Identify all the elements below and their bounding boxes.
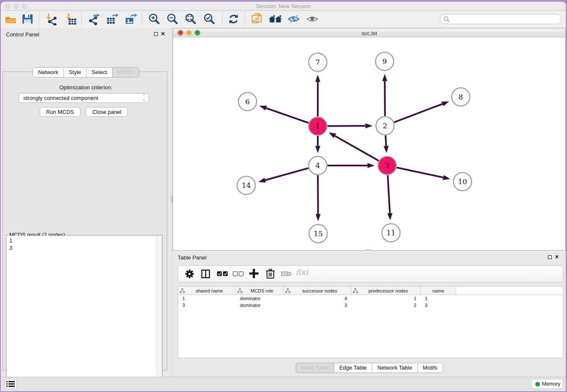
memory-button[interactable]: Memory: [531, 379, 563, 389]
graph-edge-3-1[interactable]: [335, 136, 379, 161]
columns-icon[interactable]: [201, 269, 210, 280]
graph-edge-2-9[interactable]: [385, 81, 385, 116]
search-field[interactable]: [440, 14, 561, 24]
save-session-icon[interactable]: [21, 13, 34, 25]
zoom-in-icon[interactable]: [148, 13, 160, 25]
status-bar: Memory: [1, 377, 566, 391]
float-table-panel-icon[interactable]: [548, 255, 552, 259]
graph-edge-arrowhead: [387, 213, 392, 220]
zoom-selected-icon[interactable]: [203, 13, 215, 25]
open-session-icon[interactable]: [4, 13, 17, 25]
column-header-MCDS-role[interactable]: MCDS role: [236, 287, 284, 295]
table-row[interactable]: 1dominator411: [178, 295, 563, 302]
deselect-all-checkboxes-icon[interactable]: [233, 271, 244, 279]
control-panel: Control Panel ✕ NetworkStyleSelectMCDS O…: [1, 28, 171, 377]
graph-edge-3-11[interactable]: [388, 175, 390, 213]
column-header-successor-nodes[interactable]: successor nodes: [284, 287, 351, 295]
tab-motifs[interactable]: Motifs: [417, 363, 443, 373]
mcds-result-textarea[interactable]: 1 3: [7, 236, 162, 391]
horizontal-splitter-grip[interactable]: [366, 249, 372, 251]
graph-edge-2-8[interactable]: [394, 104, 443, 122]
sort-tree-icon: [237, 288, 242, 293]
zoom-fit-icon[interactable]: [184, 13, 197, 25]
sort-tree-icon: [180, 288, 185, 293]
dropdown-stepper-icon: ⌃⌄: [142, 94, 146, 102]
settings-gear-icon[interactable]: [185, 269, 194, 280]
control-panel-tabs: NetworkStyleSelectMCDS: [33, 67, 139, 77]
table-header-row: shared nameMCDS rolesuccessor nodesprede…: [178, 287, 563, 295]
graph-node-label: 7: [316, 58, 320, 66]
table-cell[interactable]: 1: [421, 295, 456, 302]
table-panel-buttons: ✕: [548, 255, 559, 259]
tab-style[interactable]: Style: [63, 67, 87, 77]
table-cell[interactable]: 3: [284, 302, 351, 309]
graph-node-label: 1: [316, 122, 320, 130]
column-header-shared-name[interactable]: shared name: [178, 287, 236, 295]
main-toolbar: [1, 11, 566, 28]
add-column-icon[interactable]: [249, 268, 259, 280]
function-builder-icon[interactable]: f(x): [296, 268, 308, 276]
hide-details-eye-icon[interactable]: [287, 13, 300, 25]
apply-layout-icon[interactable]: [227, 13, 240, 25]
import-network-icon[interactable]: [45, 13, 58, 25]
close-panel-icon[interactable]: ✕: [161, 32, 165, 36]
tab-node-table[interactable]: Node Table: [295, 363, 334, 373]
table-cell[interactable]: 2: [351, 302, 421, 309]
show-details-eye-icon[interactable]: [306, 13, 319, 25]
table-row[interactable]: 3dominator323: [178, 302, 563, 309]
tab-select[interactable]: Select: [86, 67, 113, 77]
column-header-name[interactable]: name: [421, 287, 456, 295]
float-panel-icon[interactable]: [154, 32, 158, 36]
table-cell[interactable]: 3: [421, 302, 456, 309]
graph-node-label: 9: [383, 57, 387, 66]
graph-edge-4-15[interactable]: [318, 175, 318, 214]
graph-edge-arrowhead: [315, 146, 320, 153]
table-panel-title: Table Panel: [178, 254, 206, 261]
criterion-dropdown[interactable]: strongly connected component ⌃⌄: [19, 93, 149, 103]
tab-network[interactable]: Network: [33, 67, 64, 77]
table-cell[interactable]: 4: [284, 295, 351, 302]
export-image-icon[interactable]: [124, 13, 137, 25]
criterion-value: strongly connected component: [23, 95, 98, 101]
export-network-icon[interactable]: [87, 13, 100, 25]
delete-column-trash-icon[interactable]: [266, 268, 275, 280]
table-cell[interactable]: 3: [178, 302, 236, 309]
column-header-filler: [456, 287, 563, 295]
graph-edge-1-2[interactable]: [328, 126, 366, 126]
search-input[interactable]: [451, 15, 558, 24]
node-table[interactable]: shared nameMCDS rolesuccessor nodesprede…: [178, 286, 563, 358]
table-cell[interactable]: dominator: [236, 302, 284, 309]
zoom-out-icon[interactable]: [166, 13, 179, 25]
export-table-icon[interactable]: [105, 13, 118, 25]
clone-network-icon[interactable]: [250, 13, 263, 25]
table-panel: Table Panel ✕: [173, 252, 566, 377]
graph-edge-4-14[interactable]: [265, 168, 308, 180]
network-canvas[interactable]: 7968124314101511: [173, 38, 565, 250]
table-cell[interactable]: 1: [178, 295, 236, 302]
graph-node-label: 14: [242, 181, 251, 190]
delete-table-icon[interactable]: [281, 271, 292, 279]
houses-icon[interactable]: [268, 13, 281, 25]
control-panel-title: Control Panel: [6, 31, 39, 38]
graph-edge-1-6[interactable]: [266, 108, 308, 123]
close-panel-button[interactable]: Close panel: [86, 107, 128, 117]
select-all-checkboxes-icon[interactable]: [217, 271, 228, 279]
graph-edge-3-10[interactable]: [396, 168, 443, 177]
tab-edge-table[interactable]: Edge Table: [334, 363, 372, 373]
optimization-criterion-label: Optimization criterion:: [1, 84, 171, 91]
graph-edge-arrowhead: [368, 163, 375, 168]
desktop-frame: Session: New Session: [0, 0, 567, 392]
tab-mcds[interactable]: MCDS: [112, 67, 139, 77]
tab-network-table[interactable]: Network Table: [372, 363, 418, 373]
import-table-icon[interactable]: [65, 13, 77, 25]
run-mcds-button[interactable]: Run MCDS: [40, 107, 80, 117]
task-history-button[interactable]: [4, 379, 17, 389]
table-cell[interactable]: dominator: [236, 295, 284, 302]
graph-edge-2-3[interactable]: [385, 135, 386, 146]
result-scrollbar[interactable]: [156, 236, 162, 391]
network-window-titlebar[interactable]: × − + scc.txt: [173, 28, 565, 38]
column-header-predecessor-nodes[interactable]: predecessor nodes: [351, 287, 421, 295]
network-graph: 7968124314101511: [173, 38, 566, 251]
table-cell[interactable]: 1: [351, 295, 421, 302]
close-table-panel-icon[interactable]: ✕: [555, 255, 559, 259]
